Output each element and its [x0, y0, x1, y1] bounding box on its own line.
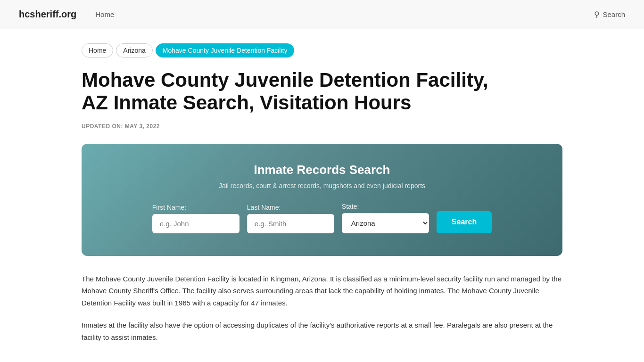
- search-button[interactable]: Search: [437, 211, 492, 233]
- state-group: State: Arizona Alabama Alaska California…: [342, 203, 429, 233]
- breadcrumb-home[interactable]: Home: [82, 43, 113, 58]
- header-search-label[interactable]: Search: [603, 10, 625, 18]
- state-select[interactable]: Arizona Alabama Alaska California Colora…: [342, 213, 429, 233]
- page-title: Mohave County Juvenile Detention Facilit…: [82, 69, 506, 115]
- first-name-group: First Name:: [152, 204, 239, 233]
- header-left: hcsheriff.org Home: [19, 9, 114, 20]
- header-search[interactable]: ⚲ Search: [594, 10, 625, 19]
- last-name-label: Last Name:: [247, 204, 281, 211]
- first-name-input[interactable]: [152, 214, 239, 233]
- site-logo[interactable]: hcsheriff.org: [19, 9, 76, 20]
- inmate-search-widget: Inmate Records Search Jail records, cour…: [82, 144, 562, 256]
- body-paragraph-2: Inmates at the facility also have the op…: [82, 319, 562, 343]
- breadcrumb: Home Arizona Mohave County Juvenile Dete…: [82, 43, 562, 58]
- search-form: First Name: Last Name: State: Arizona Al…: [105, 203, 539, 233]
- body-paragraph-1: The Mohave County Juvenile Detention Fac…: [82, 273, 562, 309]
- nav-home-link[interactable]: Home: [95, 10, 114, 18]
- search-widget-subtitle: Jail records, court & arrest records, mu…: [105, 182, 539, 189]
- updated-label: UPDATED ON: MAY 3, 2022: [82, 123, 562, 130]
- search-icon: ⚲: [594, 10, 600, 19]
- last-name-input[interactable]: [247, 214, 334, 233]
- search-widget-title: Inmate Records Search: [105, 163, 539, 177]
- state-label: State:: [342, 203, 359, 210]
- breadcrumb-arizona[interactable]: Arizona: [116, 43, 152, 58]
- main-content: Home Arizona Mohave County Juvenile Dete…: [63, 29, 581, 362]
- first-name-label: First Name:: [152, 204, 186, 211]
- site-header: hcsheriff.org Home ⚲ Search: [0, 0, 644, 29]
- last-name-group: Last Name:: [247, 204, 334, 233]
- breadcrumb-facility[interactable]: Mohave County Juvenile Detention Facilit…: [156, 43, 295, 58]
